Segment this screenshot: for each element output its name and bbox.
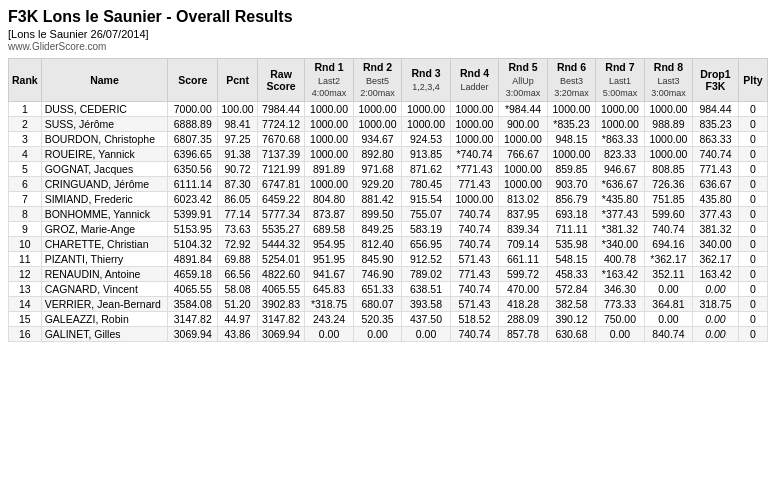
table-row: 16GALINET, Gilles3069.9443.863069.940.00… — [9, 327, 768, 342]
col-header-rank: Rank — [9, 59, 42, 102]
col-header-plty: Plty — [738, 59, 767, 102]
table-row: 15GALEAZZI, Robin3147.8244.973147.82243.… — [9, 312, 768, 327]
col-header-rnd1: Rnd 1Last2 4:00max — [305, 59, 353, 102]
col-header-drop1: Drop1 F3K — [693, 59, 739, 102]
col-header-score: Score — [168, 59, 218, 102]
table-row: 7SIMIAND, Frederic6023.4286.056459.22804… — [9, 192, 768, 207]
table-row: 6CRINGUAND, Jérôme6111.1487.306747.81100… — [9, 177, 768, 192]
table-row: 14VERRIER, Jean-Bernard3584.0851.203902.… — [9, 297, 768, 312]
col-header-rnd5: Rnd 5AllUp 3:00max — [499, 59, 547, 102]
col-header-rnd7: Rnd 7Last1 5:00max — [596, 59, 644, 102]
table-row: 13CAGNARD, Vincent4065.5558.084065.55645… — [9, 282, 768, 297]
col-header-rnd6: Rnd 6Best3 3:20max — [547, 59, 595, 102]
page-title: F3K Lons le Saunier - Overall Results — [8, 8, 768, 26]
table-row: 10CHARETTE, Christian5104.3272.925444.32… — [9, 237, 768, 252]
table-row: 11PIZANTI, Thierry4891.8469.885254.01951… — [9, 252, 768, 267]
col-header-rnd3: Rnd 31,2,3,4 — [402, 59, 450, 102]
table-row: 9GROZ, Marie-Ange5153.9573.635535.27689.… — [9, 222, 768, 237]
website: www.GliderScore.com — [8, 41, 768, 52]
results-table: Rank Name Score Pcnt Raw Score Rnd 1Last… — [8, 58, 768, 342]
col-header-rnd2: Rnd 2Best5 2:00max — [353, 59, 401, 102]
table-row: 1DUSS, CEDERIC7000.00100.007984.441000.0… — [9, 102, 768, 117]
col-header-rnd8: Rnd 8Last3 3:00max — [644, 59, 692, 102]
table-row: 8BONHOMME, Yannick5399.9177.145777.34873… — [9, 207, 768, 222]
col-header-raw: Raw Score — [257, 59, 304, 102]
col-header-pcnt: Pcnt — [218, 59, 258, 102]
table-row: 5GOGNAT, Jacques6350.5690.727121.99891.8… — [9, 162, 768, 177]
table-row: 4ROUEIRE, Yannick6396.6591.387137.391000… — [9, 147, 768, 162]
table-row: 12RENAUDIN, Antoine4659.1866.564822.6094… — [9, 267, 768, 282]
table-row: 3BOURDON, Christophe6807.3597.257670.681… — [9, 132, 768, 147]
subtitle: [Lons le Saunier 26/07/2014] — [8, 28, 768, 40]
col-header-name: Name — [41, 59, 168, 102]
table-row: 2SUSS, Jérôme6888.8998.417724.121000.001… — [9, 117, 768, 132]
col-header-rnd4: Rnd 4Ladder — [450, 59, 498, 102]
